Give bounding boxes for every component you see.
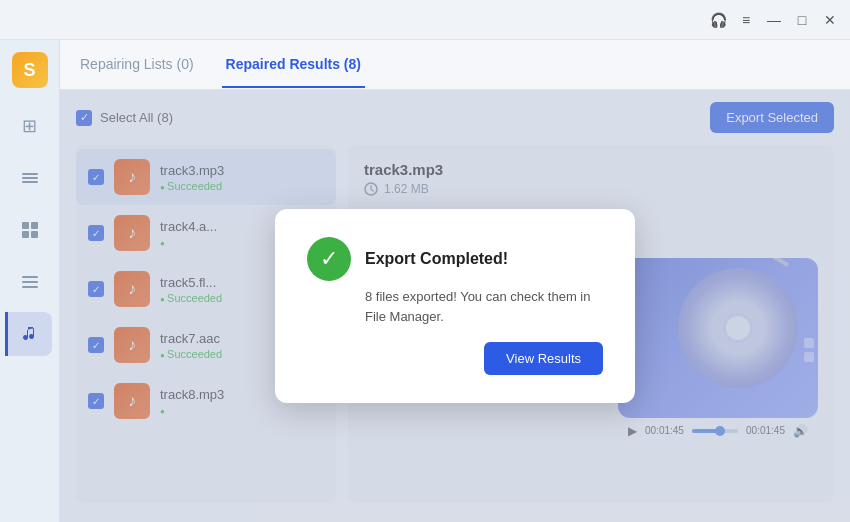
dialog-header: ✓ Export Completed! (307, 237, 603, 281)
minimize-button[interactable]: — (766, 12, 782, 28)
svg-rect-5 (22, 231, 29, 238)
dialog-title: Export Completed! (365, 250, 508, 268)
svg-rect-0 (22, 173, 38, 175)
success-icon: ✓ (307, 237, 351, 281)
sidebar-item-3[interactable] (8, 208, 52, 252)
sidebar-logo: S (12, 52, 48, 88)
app-container: S ⊞ Repairing Lists (0) Repaired Results… (0, 40, 850, 522)
sidebar-item-2[interactable] (8, 156, 52, 200)
svg-rect-1 (22, 177, 38, 179)
title-bar: 🎧 ≡ — □ ✕ (0, 0, 850, 40)
svg-rect-9 (22, 286, 38, 288)
content-area: Select All (8) Export Selected ♪ track3.… (60, 90, 850, 522)
tab-repaired-results[interactable]: Repaired Results (8) (222, 42, 365, 88)
dialog-actions: View Results (307, 338, 603, 375)
menu-icon[interactable]: ≡ (738, 12, 754, 28)
tabs-bar: Repairing Lists (0) Repaired Results (8) (60, 40, 850, 90)
sidebar-item-music[interactable] (5, 312, 52, 356)
sidebar: S ⊞ (0, 40, 60, 522)
svg-rect-4 (31, 222, 38, 229)
dialog-message: 8 files exported! You can check them in … (307, 287, 603, 326)
sidebar-item-1[interactable]: ⊞ (8, 104, 52, 148)
export-dialog: ✓ Export Completed! 8 files exported! Yo… (275, 209, 635, 403)
maximize-button[interactable]: □ (794, 12, 810, 28)
svg-rect-3 (22, 222, 29, 229)
headphones-icon: 🎧 (710, 12, 726, 28)
view-results-button[interactable]: View Results (484, 342, 603, 375)
svg-rect-7 (22, 276, 38, 278)
close-button[interactable]: ✕ (822, 12, 838, 28)
tab-repairing-lists[interactable]: Repairing Lists (0) (76, 42, 198, 88)
svg-rect-6 (31, 231, 38, 238)
main-content: Repairing Lists (0) Repaired Results (8)… (60, 40, 850, 522)
svg-rect-8 (22, 281, 38, 283)
dialog-overlay: ✓ Export Completed! 8 files exported! Yo… (60, 90, 850, 522)
sidebar-item-4[interactable] (8, 260, 52, 304)
svg-rect-2 (22, 181, 38, 183)
